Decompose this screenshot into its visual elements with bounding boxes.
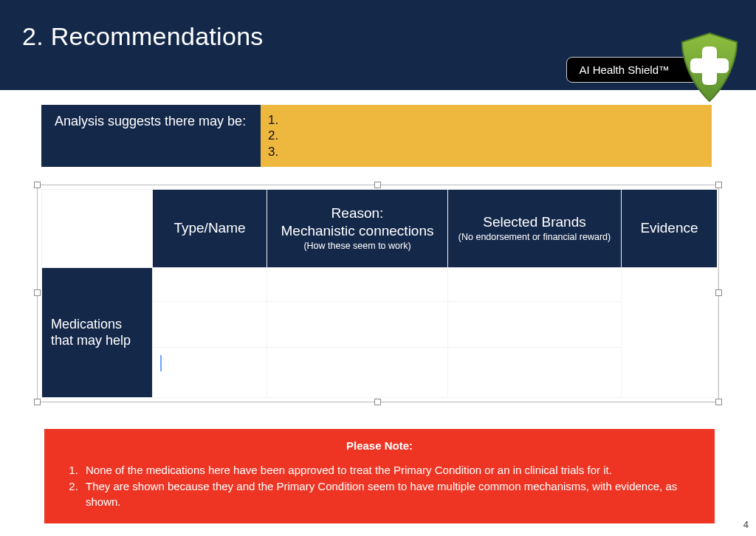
selection-handle[interactable] (374, 182, 381, 188)
analysis-item: 3. (268, 144, 703, 159)
table-cell[interactable] (267, 267, 448, 301)
col-reason: Reason: Mechanistic connections (How the… (267, 189, 448, 267)
table-cell[interactable] (153, 267, 267, 301)
shield-icon (678, 32, 741, 107)
svg-rect-1 (690, 58, 729, 73)
note-item: None of the medications here have been a… (81, 462, 698, 478)
table-cell[interactable] (622, 267, 718, 397)
table-cell[interactable] (267, 347, 448, 397)
selection-handle[interactable] (715, 399, 722, 405)
table-header-row: Type/Name Reason: Mechanistic connection… (42, 189, 718, 267)
analysis-items: 1. 2. 3. (261, 105, 712, 167)
col-label: Reason: (331, 205, 384, 221)
col-evidence: Evidence (622, 189, 718, 267)
row-header-medications[interactable]: Medications that may help (42, 267, 153, 397)
note-panel: Please Note: None of the medications her… (44, 429, 715, 523)
selection-handle[interactable] (715, 182, 722, 188)
table-cell[interactable] (153, 301, 267, 347)
slide-header: 2. Recommendations AI Health Shield™ (0, 0, 756, 90)
note-title: Please Note: (61, 439, 698, 452)
col-label: Evidence (640, 220, 698, 236)
brand-area: AI Health Shield™ (566, 32, 741, 107)
active-table-cell[interactable] (153, 347, 267, 397)
analysis-label: Analysis suggests there may be: (41, 105, 261, 167)
table-cell[interactable] (267, 301, 448, 347)
text-cursor (160, 355, 162, 371)
col-subnote: (No endorsement or financial reward) (454, 232, 615, 244)
table-cell[interactable] (448, 347, 622, 397)
col-type-name: Type/Name (153, 189, 267, 267)
note-list: None of the medications here have been a… (61, 462, 698, 510)
col-label: Selected Brands (483, 214, 585, 230)
col-brands: Selected Brands (No endorsement or finan… (448, 189, 622, 267)
table-row[interactable]: Medications that may help (42, 267, 718, 301)
recommendations-table-wrapper[interactable]: Type/Name Reason: Mechanistic connection… (41, 189, 715, 398)
col-subnote: (How these seem to work) (273, 241, 441, 252)
selection-handle[interactable] (34, 182, 41, 188)
analysis-item: 2. (268, 128, 703, 143)
recommendations-table[interactable]: Type/Name Reason: Mechanistic connection… (41, 189, 718, 398)
col-label: Type/Name (173, 220, 245, 236)
page-number: 4 (743, 519, 749, 530)
table-cell[interactable] (448, 301, 622, 347)
table-cell[interactable] (448, 267, 622, 301)
selection-handle[interactable] (374, 399, 381, 405)
selection-handle[interactable] (34, 289, 41, 296)
col-sublabel: Mechanistic connections (281, 223, 434, 238)
table-corner-cell (42, 189, 153, 267)
selection-handle[interactable] (34, 399, 41, 405)
analysis-item: 1. (268, 112, 703, 128)
analysis-bar: Analysis suggests there may be: 1. 2. 3. (41, 105, 712, 167)
note-item: They are shown because they and the Prim… (81, 478, 698, 511)
